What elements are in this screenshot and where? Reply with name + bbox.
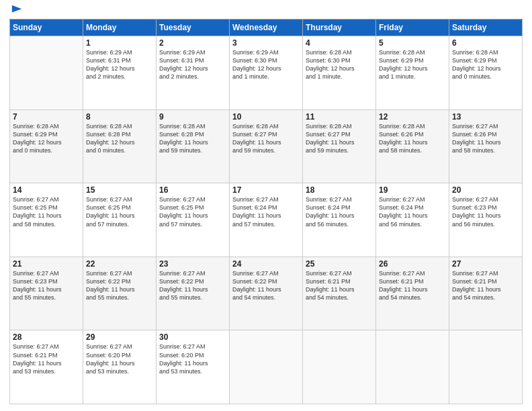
calendar-cell: 11Sunrise: 6:28 AM Sunset: 6:27 PM Dayli… — [303, 109, 376, 183]
cell-info: Sunrise: 6:28 AM Sunset: 6:27 PM Dayligh… — [306, 122, 373, 155]
day-number: 28 — [13, 332, 80, 342]
day-number: 25 — [306, 259, 373, 269]
day-number: 5 — [379, 38, 446, 48]
day-number: 8 — [86, 112, 153, 122]
cell-info: Sunrise: 6:28 AM Sunset: 6:29 PM Dayligh… — [379, 48, 446, 81]
cell-info: Sunrise: 6:27 AM Sunset: 6:22 PM Dayligh… — [232, 269, 300, 302]
cell-info: Sunrise: 6:29 AM Sunset: 6:31 PM Dayligh… — [86, 48, 153, 81]
calendar-cell — [376, 330, 449, 404]
cell-info: Sunrise: 6:27 AM Sunset: 6:25 PM Dayligh… — [159, 195, 226, 228]
cell-info: Sunrise: 6:27 AM Sunset: 6:25 PM Dayligh… — [86, 195, 153, 228]
calendar-cell: 29Sunrise: 6:27 AM Sunset: 6:20 PM Dayli… — [83, 330, 157, 404]
day-number: 18 — [306, 185, 373, 195]
calendar-cell: 27Sunrise: 6:27 AM Sunset: 6:21 PM Dayli… — [449, 257, 523, 330]
col-header-saturday: Saturday — [449, 19, 523, 36]
cell-info: Sunrise: 6:27 AM Sunset: 6:23 PM Dayligh… — [452, 195, 519, 228]
week-row-1: 7Sunrise: 6:28 AM Sunset: 6:29 PM Daylig… — [10, 109, 523, 183]
cell-info: Sunrise: 6:27 AM Sunset: 6:21 PM Dayligh… — [306, 269, 373, 302]
cell-info: Sunrise: 6:27 AM Sunset: 6:21 PM Dayligh… — [452, 269, 519, 302]
cell-info: Sunrise: 6:27 AM Sunset: 6:24 PM Dayligh… — [232, 195, 300, 228]
logo-flag-icon — [11, 4, 23, 16]
day-number: 16 — [159, 185, 226, 195]
calendar-cell: 16Sunrise: 6:27 AM Sunset: 6:25 PM Dayli… — [157, 183, 230, 257]
header — [9, 7, 523, 15]
calendar-cell: 26Sunrise: 6:27 AM Sunset: 6:21 PM Dayli… — [376, 257, 449, 330]
day-number: 4 — [306, 38, 373, 48]
calendar-cell: 21Sunrise: 6:27 AM Sunset: 6:23 PM Dayli… — [10, 257, 83, 330]
cell-info: Sunrise: 6:28 AM Sunset: 6:29 PM Dayligh… — [13, 122, 80, 155]
day-number: 19 — [379, 185, 446, 195]
week-row-2: 14Sunrise: 6:27 AM Sunset: 6:25 PM Dayli… — [10, 183, 523, 257]
day-number: 21 — [13, 259, 80, 269]
cell-info: Sunrise: 6:27 AM Sunset: 6:20 PM Dayligh… — [86, 342, 153, 375]
calendar-cell: 7Sunrise: 6:28 AM Sunset: 6:29 PM Daylig… — [10, 109, 83, 183]
calendar-cell: 25Sunrise: 6:27 AM Sunset: 6:21 PM Dayli… — [303, 257, 376, 330]
cell-info: Sunrise: 6:28 AM Sunset: 6:28 PM Dayligh… — [86, 122, 153, 155]
day-number: 1 — [86, 38, 153, 48]
calendar-table: SundayMondayTuesdayWednesdayThursdayFrid… — [9, 19, 523, 404]
day-number: 17 — [232, 185, 300, 195]
week-row-0: 1Sunrise: 6:29 AM Sunset: 6:31 PM Daylig… — [10, 36, 523, 110]
day-number: 13 — [452, 112, 519, 122]
page: SundayMondayTuesdayWednesdayThursdayFrid… — [0, 0, 532, 411]
day-number: 7 — [13, 112, 80, 122]
col-header-friday: Friday — [376, 19, 449, 36]
calendar-cell: 24Sunrise: 6:27 AM Sunset: 6:22 PM Dayli… — [230, 257, 303, 330]
calendar-cell: 1Sunrise: 6:29 AM Sunset: 6:31 PM Daylig… — [83, 36, 157, 110]
day-number: 27 — [452, 259, 519, 269]
calendar-cell: 9Sunrise: 6:28 AM Sunset: 6:28 PM Daylig… — [157, 109, 230, 183]
calendar-cell: 15Sunrise: 6:27 AM Sunset: 6:25 PM Dayli… — [83, 183, 157, 257]
calendar-cell: 8Sunrise: 6:28 AM Sunset: 6:28 PM Daylig… — [83, 109, 157, 183]
calendar-cell: 4Sunrise: 6:28 AM Sunset: 6:30 PM Daylig… — [303, 36, 376, 110]
col-header-thursday: Thursday — [303, 19, 376, 36]
cell-info: Sunrise: 6:27 AM Sunset: 6:23 PM Dayligh… — [13, 269, 80, 302]
cell-info: Sunrise: 6:29 AM Sunset: 6:31 PM Dayligh… — [159, 48, 226, 81]
week-row-4: 28Sunrise: 6:27 AM Sunset: 6:21 PM Dayli… — [10, 330, 523, 404]
calendar-cell: 6Sunrise: 6:28 AM Sunset: 6:29 PM Daylig… — [449, 36, 523, 110]
calendar-cell — [303, 330, 376, 404]
calendar-cell: 13Sunrise: 6:27 AM Sunset: 6:26 PM Dayli… — [449, 109, 523, 183]
calendar-cell: 30Sunrise: 6:27 AM Sunset: 6:20 PM Dayli… — [157, 330, 230, 404]
cell-info: Sunrise: 6:28 AM Sunset: 6:26 PM Dayligh… — [379, 122, 446, 155]
cell-info: Sunrise: 6:27 AM Sunset: 6:21 PM Dayligh… — [13, 342, 80, 375]
day-number: 23 — [159, 259, 226, 269]
calendar-cell — [230, 330, 303, 404]
cell-info: Sunrise: 6:27 AM Sunset: 6:26 PM Dayligh… — [452, 122, 519, 155]
day-number: 22 — [86, 259, 153, 269]
day-number: 6 — [452, 38, 519, 48]
calendar-cell: 19Sunrise: 6:27 AM Sunset: 6:24 PM Dayli… — [376, 183, 449, 257]
cell-info: Sunrise: 6:27 AM Sunset: 6:22 PM Dayligh… — [159, 269, 226, 302]
cell-info: Sunrise: 6:27 AM Sunset: 6:24 PM Dayligh… — [306, 195, 373, 228]
cell-info: Sunrise: 6:28 AM Sunset: 6:27 PM Dayligh… — [232, 122, 300, 155]
cell-info: Sunrise: 6:27 AM Sunset: 6:25 PM Dayligh… — [13, 195, 80, 228]
day-number: 29 — [86, 332, 153, 342]
day-number: 9 — [159, 112, 226, 122]
calendar-cell: 5Sunrise: 6:28 AM Sunset: 6:29 PM Daylig… — [376, 36, 449, 110]
day-number: 30 — [159, 332, 226, 342]
cell-info: Sunrise: 6:27 AM Sunset: 6:21 PM Dayligh… — [379, 269, 446, 302]
col-header-sunday: Sunday — [10, 19, 83, 36]
calendar-cell — [10, 36, 83, 110]
calendar-cell: 2Sunrise: 6:29 AM Sunset: 6:31 PM Daylig… — [157, 36, 230, 110]
col-header-monday: Monday — [83, 19, 157, 36]
calendar-cell: 18Sunrise: 6:27 AM Sunset: 6:24 PM Dayli… — [303, 183, 376, 257]
calendar-cell: 3Sunrise: 6:29 AM Sunset: 6:30 PM Daylig… — [230, 36, 303, 110]
calendar-cell: 28Sunrise: 6:27 AM Sunset: 6:21 PM Dayli… — [10, 330, 83, 404]
day-number: 15 — [86, 185, 153, 195]
calendar-cell: 14Sunrise: 6:27 AM Sunset: 6:25 PM Dayli… — [10, 183, 83, 257]
cell-info: Sunrise: 6:28 AM Sunset: 6:30 PM Dayligh… — [306, 48, 373, 81]
calendar-cell: 20Sunrise: 6:27 AM Sunset: 6:23 PM Dayli… — [449, 183, 523, 257]
cell-info: Sunrise: 6:27 AM Sunset: 6:20 PM Dayligh… — [159, 342, 226, 375]
day-number: 3 — [232, 38, 300, 48]
calendar-cell — [449, 330, 523, 404]
col-header-wednesday: Wednesday — [230, 19, 303, 36]
calendar-cell: 23Sunrise: 6:27 AM Sunset: 6:22 PM Dayli… — [157, 257, 230, 330]
cell-info: Sunrise: 6:27 AM Sunset: 6:24 PM Dayligh… — [379, 195, 446, 228]
day-number: 10 — [232, 112, 300, 122]
day-number: 26 — [379, 259, 446, 269]
calendar-cell: 17Sunrise: 6:27 AM Sunset: 6:24 PM Dayli… — [230, 183, 303, 257]
week-row-3: 21Sunrise: 6:27 AM Sunset: 6:23 PM Dayli… — [10, 257, 523, 330]
cell-info: Sunrise: 6:27 AM Sunset: 6:22 PM Dayligh… — [86, 269, 153, 302]
day-number: 20 — [452, 185, 519, 195]
day-number: 2 — [159, 38, 226, 48]
